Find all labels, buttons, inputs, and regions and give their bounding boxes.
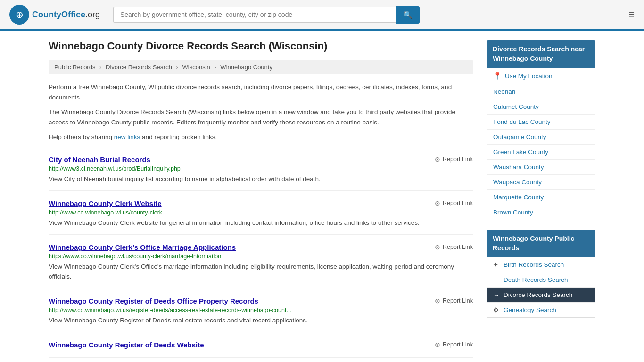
report-icon: ⊗ [435, 199, 440, 207]
sidebar-record-item-1[interactable]: + Death Records Search [487, 272, 595, 288]
results-list: City of Neenah Burial Records ⊗ Report L… [49, 147, 473, 358]
logo-text: CountyOffice.org [32, 10, 100, 20]
result-item: City of Neenah Burial Records ⊗ Report L… [49, 147, 473, 191]
sidebar-nearby-list: 📍 Use My Location NeenahCalumet CountyFo… [487, 68, 595, 220]
sidebar-nearby-item-7[interactable]: Marquette County [487, 190, 595, 205]
result-item: Winnebago County Clerk's Office Marriage… [49, 235, 473, 288]
report-icon: ⊗ [435, 243, 440, 251]
main-container: Winnebago County Divorce Records Search … [39, 31, 605, 362]
breadcrumb-county[interactable]: Winnebago County [220, 64, 272, 71]
sidebar: Divorce Records Search near Winnebago Co… [487, 40, 595, 358]
result-title-link[interactable]: Winnebago County Clerk's Office Marriage… [49, 243, 236, 251]
report-link-label: Report Link [443, 244, 473, 250]
sidebar-nearby-section: Divorce Records Search near Winnebago Co… [487, 40, 595, 220]
sidebar-records-section: Winnebago County Public Records ✦ Birth … [487, 230, 595, 318]
sidebar-record-icon: + [493, 276, 500, 283]
result-item: Winnebago County Register of Deeds Offic… [49, 288, 473, 332]
report-link-button[interactable]: ⊗ Report Link [435, 156, 473, 163]
sidebar-record-item-3[interactable]: ⚙ Genealogy Search [487, 303, 595, 317]
sidebar-record-icon: ✦ [493, 261, 500, 268]
logo-icon: ⊕ [9, 5, 29, 25]
report-icon: ⊗ [435, 341, 440, 348]
result-item: Winnebago County Clerk Website ⊗ Report … [49, 191, 473, 235]
sidebar-nearby-item-6[interactable]: Waupaca County [487, 175, 595, 190]
result-url: http://www.co.winnebago.wi.us/county-cle… [49, 209, 473, 216]
location-pin-icon: 📍 [493, 72, 502, 80]
report-icon: ⊗ [435, 297, 440, 304]
report-link-label: Report Link [443, 200, 473, 206]
result-title-link[interactable]: Winnebago County Register of Deeds Websi… [49, 341, 204, 349]
report-link-button[interactable]: ⊗ Report Link [435, 297, 473, 304]
result-title-row: Winnebago County Clerk Website ⊗ Report … [49, 199, 473, 207]
report-link-label: Report Link [443, 341, 473, 348]
result-title-row: Winnebago County Register of Deeds Websi… [49, 341, 473, 349]
result-title-link[interactable]: Winnebago County Clerk Website [49, 199, 162, 207]
new-links-link[interactable]: new links [114, 133, 140, 140]
site-header: ⊕ CountyOffice.org 🔍 ≡ [0, 0, 644, 31]
sidebar-record-label: Divorce Records Search [504, 291, 572, 298]
result-desc: View Winnebago County Clerk website for … [49, 218, 473, 228]
breadcrumb: Public Records › Divorce Records Search … [49, 60, 473, 74]
result-url: http://www3.ci.neenah.wi.us/prod/BurialI… [49, 165, 473, 172]
report-icon: ⊗ [435, 156, 440, 163]
content-area: Winnebago County Divorce Records Search … [49, 40, 473, 358]
public-records-items: ✦ Birth Records Search + Death Records S… [487, 257, 595, 317]
result-title-row: Winnebago County Register of Deeds Offic… [49, 297, 473, 305]
search-input[interactable] [113, 7, 396, 23]
sidebar-record-item-2[interactable]: ↔ Divorce Records Search [487, 288, 595, 303]
sidebar-nearby-item-5[interactable]: Waushara County [487, 160, 595, 175]
breadcrumb-public-records[interactable]: Public Records [54, 64, 95, 71]
breadcrumb-divorce-records[interactable]: Divorce Records Search [106, 64, 172, 71]
sidebar-record-icon: ↔ [493, 291, 500, 298]
sidebar-record-label: Genealogy Search [504, 306, 556, 313]
result-title-row: Winnebago County Clerk's Office Marriage… [49, 243, 473, 251]
result-item: Winnebago County Register of Deeds Websi… [49, 332, 473, 358]
logo-area[interactable]: ⊕ CountyOffice.org [9, 5, 104, 25]
result-title-link[interactable]: City of Neenah Burial Records [49, 156, 150, 164]
report-link-label: Report Link [443, 297, 473, 304]
sidebar-records-list: ✦ Birth Records Search + Death Records S… [487, 257, 595, 318]
report-link-label: Report Link [443, 156, 473, 163]
search-button[interactable]: 🔍 [396, 6, 420, 24]
result-desc: View Winnebago County Register of Deeds … [49, 316, 473, 325]
description-para2: The Winnebago County Divorce Records Sea… [49, 107, 473, 127]
nearby-items: NeenahCalumet CountyFond du Lac CountyOu… [487, 84, 595, 220]
menu-button[interactable]: ≡ [628, 8, 635, 21]
sidebar-nearby-heading: Divorce Records Search near Winnebago Co… [487, 40, 595, 68]
sidebar-record-icon: ⚙ [493, 306, 500, 313]
result-desc: View Winnebago County Clerk's Office's m… [49, 262, 473, 281]
result-title-link[interactable]: Winnebago County Register of Deeds Offic… [49, 297, 258, 305]
sidebar-record-label: Death Records Search [504, 276, 568, 283]
description-para1: Perform a free Winnebago County, WI publ… [49, 82, 473, 102]
report-link-button[interactable]: ⊗ Report Link [435, 199, 473, 207]
result-title-row: City of Neenah Burial Records ⊗ Report L… [49, 156, 473, 164]
result-url: https://www.co.winnebago.wi.us/county-cl… [49, 253, 473, 260]
report-link-button[interactable]: ⊗ Report Link [435, 341, 473, 348]
sidebar-nearby-item-2[interactable]: Fond du Lac County [487, 115, 595, 130]
sidebar-nearby-item-1[interactable]: Calumet County [487, 99, 595, 115]
report-link-button[interactable]: ⊗ Report Link [435, 243, 473, 251]
breadcrumb-state[interactable]: Wisconsin [182, 64, 210, 71]
description-para3: Help others by sharing new links and rep… [49, 132, 473, 142]
sidebar-nearby-item-4[interactable]: Green Lake County [487, 145, 595, 160]
result-desc: View City of Neenah burial inquiry list … [49, 174, 473, 184]
search-bar: 🔍 [113, 6, 420, 24]
sidebar-nearby-item-3[interactable]: Outagamie County [487, 130, 595, 145]
page-title: Winnebago County Divorce Records Search … [49, 40, 473, 52]
use-location-item[interactable]: 📍 Use My Location [487, 68, 595, 84]
use-location-label: Use My Location [505, 73, 553, 80]
sidebar-record-item-0[interactable]: ✦ Birth Records Search [487, 257, 595, 272]
sidebar-record-label: Birth Records Search [504, 261, 564, 268]
sidebar-nearby-item-0[interactable]: Neenah [487, 84, 595, 99]
sidebar-records-heading: Winnebago County Public Records [487, 230, 595, 257]
sidebar-nearby-item-8[interactable]: Brown County [487, 205, 595, 220]
result-url: http://www.co.winnebago.wi.us/register-d… [49, 307, 473, 313]
